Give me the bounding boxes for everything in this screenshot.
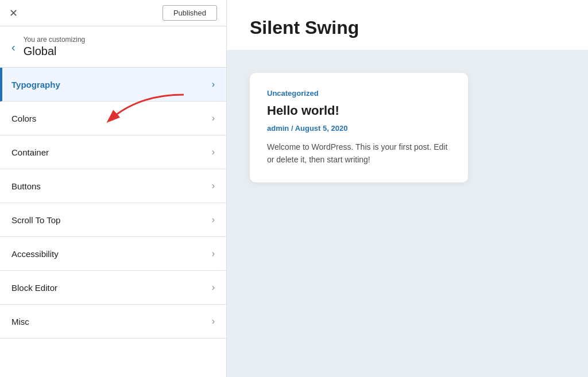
- post-excerpt: Welcome to WordPress. This is your first…: [267, 141, 451, 166]
- sidebar-item-label-colors: Colors: [11, 114, 36, 123]
- close-button[interactable]: ✕: [9, 8, 18, 18]
- sidebar-item-block-editor[interactable]: Block Editor›: [0, 271, 226, 305]
- sidebar-item-container[interactable]: Container›: [0, 135, 226, 169]
- preview-content: Uncategorized Hello world! admin / Augus…: [227, 50, 588, 377]
- customizing-header: ‹ You are customizing Global: [0, 26, 226, 68]
- chevron-right-icon: ›: [212, 79, 215, 90]
- sidebar-item-colors[interactable]: Colors›: [0, 102, 226, 135]
- customizing-label: You are customizing: [24, 36, 86, 44]
- site-title: Silent Swing: [227, 0, 588, 50]
- top-bar: ✕ Published: [0, 0, 226, 26]
- sidebar-item-label-misc: Misc: [11, 317, 29, 327]
- post-title: Hello world!: [267, 103, 451, 118]
- close-icon: ✕: [9, 7, 18, 19]
- preview-panel: Silent Swing Uncategorized Hello world! …: [227, 0, 588, 377]
- chevron-right-icon: ›: [212, 181, 215, 191]
- chevron-right-icon: ›: [212, 282, 215, 293]
- chevron-right-icon: ›: [212, 113, 215, 123]
- post-category: Uncategorized: [267, 89, 451, 98]
- sidebar-item-label-block-editor: Block Editor: [11, 283, 57, 293]
- customizing-title: Global: [24, 45, 86, 58]
- chevron-right-icon: ›: [212, 147, 215, 157]
- back-icon: ‹: [11, 41, 16, 53]
- customizing-text-block: You are customizing Global: [24, 36, 86, 58]
- sidebar-item-accessibility[interactable]: Accessibility›: [0, 237, 226, 271]
- post-meta: admin / August 5, 2020: [267, 124, 451, 133]
- back-button[interactable]: ‹: [11, 41, 16, 53]
- sidebar-item-label-container: Container: [11, 147, 49, 157]
- sidebar-item-buttons[interactable]: Buttons›: [0, 169, 226, 203]
- chevron-right-icon: ›: [212, 215, 215, 225]
- sidebar-item-typography[interactable]: Typography›: [0, 68, 226, 102]
- sidebar-item-label-scroll-to-top: Scroll To Top: [11, 215, 60, 225]
- sidebar-item-misc[interactable]: Misc›: [0, 305, 226, 339]
- chevron-right-icon: ›: [212, 248, 215, 259]
- sidebar-item-scroll-to-top[interactable]: Scroll To Top›: [0, 203, 226, 237]
- sidebar-item-label-typography: Typography: [11, 80, 60, 90]
- sidebar-item-label-buttons: Buttons: [11, 181, 41, 191]
- published-button[interactable]: Published: [163, 5, 217, 21]
- chevron-right-icon: ›: [212, 316, 215, 327]
- menu-list: Typography›Colors›Container›Buttons›Scro…: [0, 68, 226, 377]
- sidebar-item-label-accessibility: Accessibility: [11, 249, 59, 259]
- post-card: Uncategorized Hello world! admin / Augus…: [250, 73, 468, 182]
